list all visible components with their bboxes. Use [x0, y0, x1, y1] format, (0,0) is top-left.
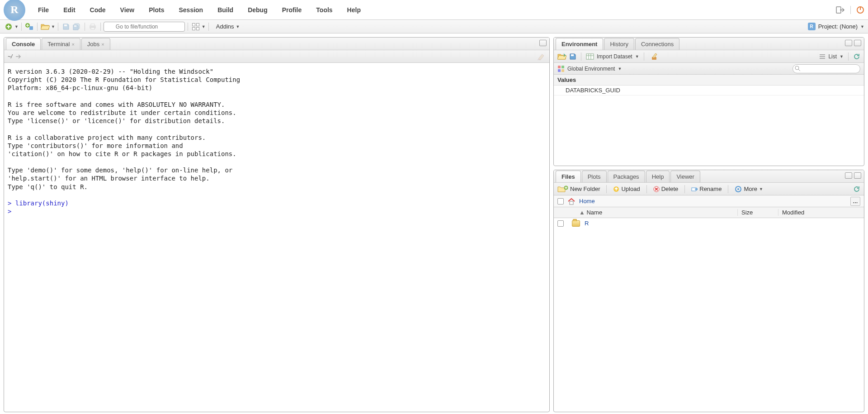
menu-plots[interactable]: Plots: [142, 4, 170, 16]
console-text: R version 3.6.3 (2020-02-29) -- "Holding…: [8, 68, 240, 190]
workspace-panes-icon[interactable]: [191, 22, 201, 32]
new-file-dropdown-icon[interactable]: ▼: [14, 24, 19, 29]
project-dropdown-icon[interactable]: ▼: [860, 24, 864, 29]
new-file-icon[interactable]: [4, 22, 14, 32]
tab-terminal[interactable]: Terminal ×: [42, 38, 80, 50]
import-dataset-label[interactable]: Import Dataset: [597, 53, 632, 60]
tab-connections[interactable]: Connections: [635, 38, 679, 50]
pane-minimize-icon[interactable]: [845, 172, 852, 179]
tab-environment[interactable]: Environment: [556, 38, 603, 50]
menu-profile[interactable]: Profile: [276, 4, 308, 16]
menu-debug[interactable]: Debug: [241, 4, 274, 16]
tab-help-label: Help: [652, 173, 664, 180]
project-label[interactable]: Project: (None): [818, 23, 858, 30]
list-view-icon[interactable]: [819, 54, 826, 59]
save-workspace-icon[interactable]: [569, 53, 576, 60]
addins-menu[interactable]: Addins ▼: [216, 23, 240, 30]
goto-input[interactable]: [104, 22, 185, 32]
print-icon[interactable]: [88, 22, 98, 32]
path-more-icon[interactable]: ...: [850, 197, 860, 206]
load-workspace-icon[interactable]: [557, 53, 566, 60]
new-project-icon[interactable]: [24, 22, 34, 32]
pane-maximize-icon[interactable]: [854, 172, 861, 179]
goto-file-function[interactable]: [104, 22, 185, 32]
close-icon[interactable]: ×: [101, 42, 104, 47]
tab-console[interactable]: Console: [6, 38, 41, 50]
files-toolbar: New Folder Upload Delete Rename: [554, 183, 864, 195]
env-var-name: DATABRICKS_GUID: [557, 87, 657, 94]
import-dataset-icon[interactable]: [586, 53, 594, 60]
delete-button[interactable]: Delete: [653, 186, 679, 192]
tab-packages-label: Packages: [613, 173, 639, 180]
scope-dropdown-icon[interactable]: ▼: [618, 67, 622, 71]
upload-button[interactable]: Upload: [613, 186, 640, 192]
menu-view[interactable]: View: [114, 4, 141, 16]
svg-rect-5: [29, 26, 33, 30]
view-mode-dropdown-icon[interactable]: ▼: [840, 54, 844, 59]
file-name[interactable]: R: [585, 220, 589, 227]
console-wd-browse-icon[interactable]: [15, 54, 21, 59]
new-folder-button[interactable]: New Folder: [557, 186, 600, 192]
svg-rect-7: [74, 25, 76, 27]
view-mode-label[interactable]: List: [828, 53, 837, 60]
tab-files[interactable]: Files: [556, 171, 581, 182]
menu-items: File Edit Code View Plots Session Build …: [32, 4, 367, 16]
tab-viewer[interactable]: Viewer: [670, 171, 700, 182]
breadcrumb-home[interactable]: Home: [579, 198, 595, 205]
signout-icon[interactable]: [836, 6, 845, 14]
menu-build[interactable]: Build: [211, 4, 240, 16]
import-dropdown-icon[interactable]: ▼: [635, 54, 639, 59]
open-recent-dropdown-icon[interactable]: ▼: [51, 24, 55, 29]
col-name[interactable]: ▲ Name: [554, 209, 737, 216]
home-icon[interactable]: [567, 198, 576, 205]
more-button[interactable]: More ▼: [735, 186, 763, 193]
env-section-values: Values: [554, 75, 864, 86]
workspace-panes-dropdown-icon[interactable]: ▼: [202, 24, 206, 29]
tab-help[interactable]: Help: [646, 171, 670, 182]
clear-workspace-icon[interactable]: [649, 52, 659, 61]
pane-maximize-icon[interactable]: [854, 40, 861, 46]
close-icon[interactable]: ×: [71, 42, 74, 47]
menu-help[interactable]: Help: [341, 4, 367, 16]
row-checkbox[interactable]: [557, 220, 564, 227]
tab-history[interactable]: History: [604, 38, 634, 50]
menu-edit[interactable]: Edit: [57, 4, 81, 16]
files-tabs: Files Plots Packages Help Viewer: [554, 170, 864, 183]
save-all-icon[interactable]: [72, 22, 82, 32]
env-row[interactable]: DATABRICKS_GUID: [554, 86, 864, 95]
select-all-checkbox[interactable]: [557, 198, 564, 205]
rename-label: Rename: [699, 186, 722, 192]
svg-rect-9: [91, 24, 94, 26]
clear-console-icon[interactable]: [537, 52, 546, 61]
tab-jobs[interactable]: Jobs ×: [81, 38, 110, 50]
tab-plots[interactable]: Plots: [582, 171, 607, 182]
menubar: R File Edit Code View Plots Session Buil…: [0, 0, 868, 20]
svg-rect-22: [561, 66, 564, 68]
console-output[interactable]: R version 3.6.3 (2020-02-29) -- "Holding…: [4, 63, 549, 412]
file-row[interactable]: R: [554, 218, 864, 228]
menu-file[interactable]: File: [32, 4, 55, 16]
power-icon[interactable]: [856, 6, 864, 14]
tab-packages[interactable]: Packages: [608, 171, 645, 182]
env-scope-label[interactable]: Global Environment: [567, 66, 615, 72]
menu-session[interactable]: Session: [172, 4, 209, 16]
scope-icon: [557, 65, 565, 72]
col-size[interactable]: Size: [737, 209, 778, 216]
upload-label: Upload: [621, 186, 640, 192]
svg-rect-10: [91, 28, 94, 29]
menu-code[interactable]: Code: [84, 4, 112, 16]
menu-tools[interactable]: Tools: [310, 4, 339, 16]
env-search[interactable]: [793, 64, 860, 73]
files-refresh-icon[interactable]: [853, 186, 860, 193]
refresh-icon[interactable]: [853, 53, 860, 60]
open-file-icon[interactable]: [40, 22, 50, 32]
env-table: Values DATABRICKS_GUID: [554, 75, 864, 166]
tab-environment-label: Environment: [561, 41, 597, 48]
col-modified[interactable]: Modified: [778, 209, 864, 216]
console-working-dir: ~/: [8, 53, 12, 60]
save-icon[interactable]: [61, 22, 71, 32]
env-search-input[interactable]: [793, 64, 860, 73]
rename-button[interactable]: Rename: [691, 186, 722, 192]
pane-maximize-icon[interactable]: [539, 40, 547, 46]
pane-minimize-icon[interactable]: [845, 40, 852, 46]
